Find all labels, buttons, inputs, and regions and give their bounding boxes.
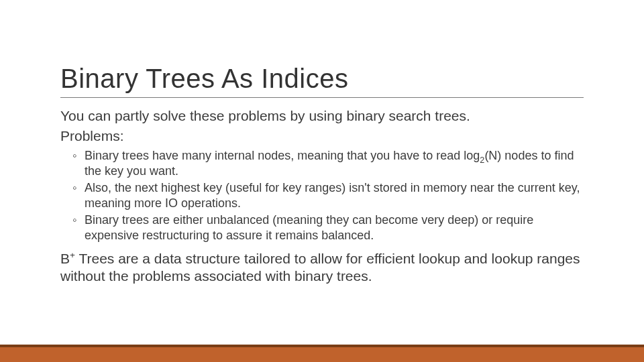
intro-paragraph: You can partly solve these problems by u… bbox=[60, 107, 584, 125]
problems-label: Problems: bbox=[60, 127, 584, 145]
slide: Binary Trees As Indices You can partly s… bbox=[0, 0, 644, 362]
closing-post: Trees are a data structure tailored to a… bbox=[60, 251, 580, 284]
closing-pre: B bbox=[60, 251, 70, 266]
list-item: Binary trees have many internal nodes, m… bbox=[75, 148, 584, 179]
superscript: + bbox=[70, 250, 75, 260]
closing-paragraph: B+ Trees are a data structure tailored t… bbox=[60, 250, 584, 286]
footer-accent-bar bbox=[0, 345, 644, 362]
slide-title: Binary Trees As Indices bbox=[60, 64, 584, 93]
footer-stripe-orange bbox=[0, 347, 644, 362]
problems-list: Binary trees have many internal nodes, m… bbox=[60, 148, 584, 243]
title-underline bbox=[60, 97, 584, 98]
bullet-text: Binary trees have many internal nodes, m… bbox=[85, 149, 480, 162]
list-item: Also, the next highest key (useful for k… bbox=[75, 180, 584, 211]
list-item: Binary trees are either unbalanced (mean… bbox=[75, 213, 584, 243]
